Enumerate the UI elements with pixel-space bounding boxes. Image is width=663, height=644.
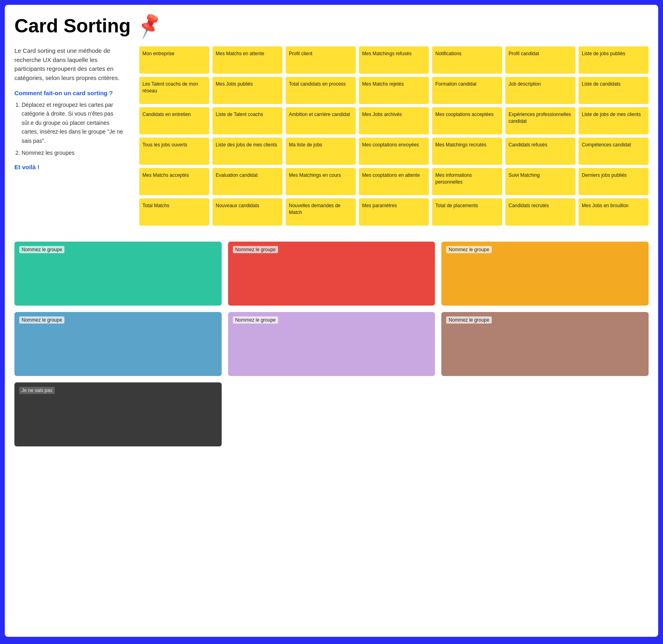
card-item[interactable]: Suivi Matching: [505, 168, 575, 195]
card-item[interactable]: Nouvelles demandes de Match: [286, 198, 356, 226]
how-title: Comment fait-on un card sorting ?: [14, 90, 126, 96]
card-item[interactable]: Nouveaux candidats: [212, 198, 282, 226]
cards-grid: Mon entrepriseMes Matchs en attenteProfi…: [139, 46, 649, 226]
group-teal[interactable]: Nommez le groupe: [14, 242, 222, 306]
card-item[interactable]: Les Talent coachs de mon réseau: [139, 77, 209, 104]
card-item[interactable]: Candidats refusés: [505, 138, 575, 165]
page-title: Card Sorting: [14, 15, 131, 37]
card-item[interactable]: Compétences candidat: [579, 138, 649, 165]
card-item[interactable]: Liste des jobs de mes clients: [212, 138, 282, 165]
group-dark[interactable]: Je ne sais pas: [14, 382, 222, 446]
card-item[interactable]: Mes Matchings recrutés: [432, 138, 502, 165]
card-item[interactable]: Mes cooptations envoyées: [359, 138, 429, 165]
group-label-red: Nommez le groupe: [233, 246, 278, 253]
main-container: Card Sorting 📌 Le Card sorting est une m…: [5, 5, 658, 637]
card-item[interactable]: Evaluation candidat: [212, 168, 282, 195]
group-red[interactable]: Nommez le groupe: [228, 242, 435, 306]
card-item[interactable]: Mes Matchings en cours: [286, 168, 356, 195]
card-item[interactable]: Ambition et carrière candidat: [286, 107, 356, 134]
group-label-teal: Nommez le groupe: [19, 246, 64, 253]
card-item[interactable]: Mes informations personnelles: [432, 168, 502, 195]
card-item[interactable]: Mes Jobs publiés: [212, 77, 282, 104]
pin-icon: 📌: [134, 11, 164, 40]
group-purple[interactable]: Nommez le groupe: [228, 312, 435, 376]
card-item[interactable]: Mes paramètres: [359, 198, 429, 226]
groups-section: Nommez le groupeNommez le groupeNommez l…: [14, 242, 649, 446]
group-label-orange: Nommez le groupe: [446, 246, 491, 253]
card-item[interactable]: Formation candidat: [432, 77, 502, 104]
content-area: Le Card sorting est une méthode de reche…: [14, 46, 649, 226]
card-item[interactable]: Liste de jobs de mes clients: [579, 107, 649, 134]
card-item[interactable]: Candidats recrutés: [505, 198, 575, 226]
group-label-blue: Nommez le groupe: [19, 316, 64, 324]
left-panel: Le Card sorting est une méthode de reche…: [14, 46, 126, 226]
card-item[interactable]: Mes Matchs acceptés: [139, 168, 209, 195]
card-item[interactable]: Profil candidat: [505, 46, 575, 74]
card-item[interactable]: Liste de jobs publiés: [579, 46, 649, 74]
card-item[interactable]: Mes Matchings refusés: [359, 46, 429, 74]
card-item[interactable]: Mon entreprise: [139, 46, 209, 74]
header: Card Sorting 📌: [14, 14, 649, 37]
card-item[interactable]: Ma liste de jobs: [286, 138, 356, 165]
group-orange[interactable]: Nommez le groupe: [441, 242, 649, 306]
instructions-list: Déplacez et regroupez les cartes par cat…: [14, 100, 126, 157]
card-item[interactable]: Total candidats en process: [286, 77, 356, 104]
voila-text: Et voilà !: [14, 164, 126, 170]
card-item[interactable]: Mes cooptations acceptées: [432, 107, 502, 134]
card-item[interactable]: Mes Matchs rejetés: [359, 77, 429, 104]
bottom-row: Je ne sais pas: [14, 382, 649, 446]
group-brown[interactable]: Nommez le groupe: [441, 312, 649, 376]
card-item[interactable]: Liste de candidats: [579, 77, 649, 104]
card-item[interactable]: Mes cooptations en attente: [359, 168, 429, 195]
card-item[interactable]: Notifications: [432, 46, 502, 74]
instruction-2: Nommez les groupes: [22, 148, 126, 157]
card-item[interactable]: Job description: [505, 77, 575, 104]
card-item[interactable]: Mes Matchs en attente: [212, 46, 282, 74]
card-item[interactable]: Mes Jobs en brouillon: [579, 198, 649, 226]
group-blue[interactable]: Nommez le groupe: [14, 312, 222, 376]
group-label-brown: Nommez le groupe: [446, 316, 491, 324]
groups-grid: Nommez le groupeNommez le groupeNommez l…: [14, 242, 649, 376]
description-text: Le Card sorting est une méthode de reche…: [14, 46, 126, 82]
card-item[interactable]: Tous les jobs ouverts: [139, 138, 209, 165]
card-item[interactable]: Expériences professionnelles candidat: [505, 107, 575, 134]
card-item[interactable]: Derniers jobs publiés: [579, 168, 649, 195]
group-label-purple: Nommez le groupe: [233, 316, 278, 324]
card-item[interactable]: Total de placements: [432, 198, 502, 226]
card-item[interactable]: Total Matchs: [139, 198, 209, 226]
card-item[interactable]: Candidats en entretien: [139, 107, 209, 134]
card-item[interactable]: Mes Jobs archivés: [359, 107, 429, 134]
card-item[interactable]: Profil client: [286, 46, 356, 74]
dark-group-label: Je ne sais pas: [19, 387, 55, 394]
card-item[interactable]: Liste de Talent coachs: [212, 107, 282, 134]
instruction-1: Déplacez et regroupez les cartes par cat…: [22, 100, 126, 145]
